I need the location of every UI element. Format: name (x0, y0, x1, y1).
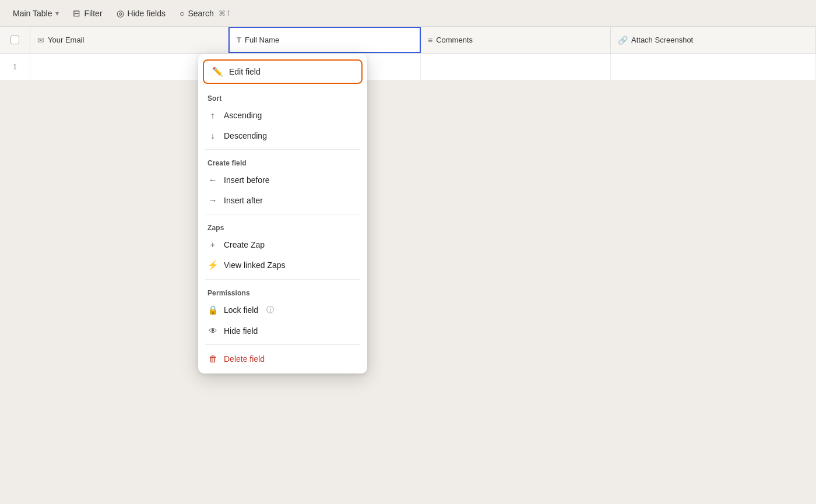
trash-icon: 🗑 (207, 354, 218, 364)
sort-descending-button[interactable]: ↓ Descending (198, 125, 367, 146)
cell-comments-1[interactable] (421, 54, 611, 80)
create-zap-icon: + (207, 239, 218, 249)
delete-field-button[interactable]: 🗑 Delete field (198, 348, 367, 369)
create-zap-button[interactable]: + Create Zap (198, 234, 367, 255)
main-table-button[interactable]: Main Table ▾ (7, 6, 65, 21)
insert-before-button[interactable]: ← Insert before (198, 170, 367, 190)
column-header-comments[interactable]: ≡ Comments (421, 27, 611, 53)
hide-fields-icon: ◎ (117, 8, 124, 19)
divider-1 (205, 149, 360, 150)
sort-ascending-icon: ↑ (207, 110, 218, 120)
insert-before-icon: ← (207, 175, 218, 185)
column-header-email[interactable]: ✉ Your Email (30, 27, 228, 53)
search-shortcut: ⌘ f (219, 9, 230, 17)
attach-col-label: Attach Screenshot (631, 36, 693, 44)
toolbar: Main Table ▾ ⊟ Filter ◎ Hide fields ○ Se… (0, 0, 816, 27)
filter-icon: ⊟ (73, 8, 80, 19)
insert-after-button[interactable]: → Insert after (198, 190, 367, 210)
email-col-icon: ✉ (37, 36, 44, 45)
divider-2 (205, 214, 360, 214)
insert-after-icon: → (207, 195, 218, 205)
lock-icon: 🔒 (207, 305, 218, 315)
comments-col-icon: ≡ (428, 36, 432, 45)
zap-icon: ⚡ (207, 260, 218, 270)
table-body: 1 (0, 54, 816, 80)
info-icon: ⓘ (266, 305, 274, 315)
filter-button[interactable]: ⊟ Filter (67, 5, 108, 22)
search-icon: ○ (180, 9, 184, 18)
create-field-section-label: Create field (198, 153, 367, 170)
select-all-checkbox-area[interactable] (0, 27, 30, 53)
table-row: 1 (0, 54, 816, 80)
hide-field-button[interactable]: 👁 Hide field (198, 320, 367, 341)
zaps-section-label: Zaps (198, 218, 367, 234)
column-header-attach[interactable]: 🔗 Attach Screenshot (611, 27, 816, 53)
select-all-checkbox[interactable] (10, 36, 19, 44)
divider-4 (205, 344, 360, 345)
comments-col-label: Comments (436, 36, 473, 44)
lock-field-button[interactable]: 🔒 Lock field ⓘ (198, 299, 367, 320)
divider-3 (205, 279, 360, 280)
cell-attach-1[interactable] (611, 54, 816, 80)
hide-icon: 👁 (207, 326, 218, 336)
view-linked-zaps-button[interactable]: ⚡ View linked Zaps (198, 255, 367, 276)
sort-section-label: Sort (198, 89, 367, 105)
email-col-label: Your Email (48, 36, 84, 44)
edit-field-icon: ✏️ (212, 66, 223, 77)
row-number: 1 (0, 54, 30, 80)
fullname-col-label: Full Name (245, 36, 279, 44)
sort-descending-icon: ↓ (207, 131, 218, 140)
edit-field-button[interactable]: ✏️ Edit field (203, 59, 363, 84)
fullname-col-icon: T (237, 36, 241, 44)
search-button[interactable]: ○ Search ⌘ f (174, 6, 235, 21)
sort-ascending-button[interactable]: ↑ Ascending (198, 105, 367, 125)
column-header-fullname[interactable]: T Full Name (228, 27, 421, 53)
table-header: ✉ Your Email T Full Name ≡ Comments 🔗 At… (0, 27, 816, 54)
chevron-down-icon: ▾ (55, 9, 59, 17)
permissions-section-label: Permissions (198, 283, 367, 299)
table-label: Main Table (13, 9, 52, 18)
column-context-menu: ✏️ Edit field Sort ↑ Ascending ↓ Descend… (198, 54, 367, 373)
attach-col-icon: 🔗 (618, 36, 628, 45)
hide-fields-button[interactable]: ◎ Hide fields (111, 5, 171, 22)
